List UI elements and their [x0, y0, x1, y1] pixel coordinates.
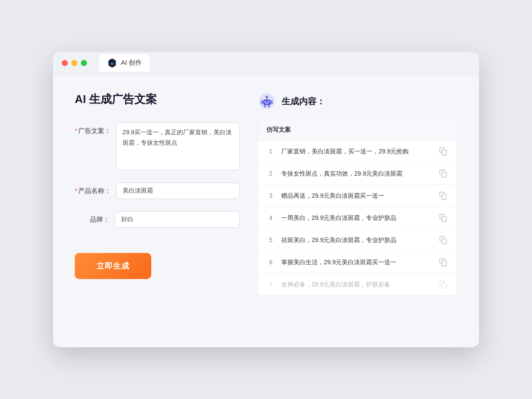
svg-rect-9: [261, 100, 263, 104]
row-text-6: 掌握美白生活，29.9元美白淡斑霜买一送一: [281, 258, 432, 267]
left-panel: AI 生成广告文案 *广告文案： *产品名称： 品牌： 立: [75, 92, 240, 296]
ad-copy-label: *广告文案：: [75, 123, 111, 135]
svg-text:AI: AI: [110, 62, 114, 66]
minimize-button[interactable]: [71, 60, 77, 66]
svg-rect-17: [442, 239, 446, 244]
copy-icon-2[interactable]: [439, 169, 448, 178]
generate-button[interactable]: 立即生成: [75, 253, 151, 279]
copy-icon-1[interactable]: [439, 146, 448, 156]
robot-icon: [257, 92, 276, 111]
svg-rect-10: [271, 100, 273, 104]
copy-icon-7[interactable]: [439, 279, 448, 289]
row-num-6: 6: [266, 259, 275, 266]
row-text-5: 祛斑美白，29.9元美白淡斑霜，专业护肤品: [281, 236, 432, 245]
row-text-2: 专抹女性斑点，真实功效，29.9元美白淡斑霜: [281, 169, 432, 178]
traffic-lights: [62, 60, 87, 66]
svg-rect-6: [266, 103, 268, 104]
product-name-group: *产品名称：: [75, 183, 240, 199]
svg-rect-5: [268, 101, 269, 103]
result-row-5: 5 祛斑美白，29.9元美白淡斑霜，专业护肤品: [258, 229, 457, 251]
brand-input[interactable]: [115, 211, 240, 228]
svg-rect-15: [442, 194, 446, 200]
result-row-6: 6 掌握美白生活，29.9元美白淡斑霜买一送一: [258, 251, 457, 273]
result-row-4: 4 一周美白，29.9元美白淡斑霜，专业护肤品: [258, 207, 457, 229]
brand-group: 品牌：: [75, 211, 240, 228]
copy-icon-3[interactable]: [439, 191, 448, 200]
tab-label: AI 创作: [121, 59, 142, 67]
result-row-3: 3 赠品再送，29.9元美白淡斑霜买一送一: [258, 185, 457, 207]
svg-rect-3: [263, 100, 271, 105]
row-text-3: 赠品再送，29.9元美白淡斑霜买一送一: [281, 191, 432, 200]
result-title: 生成内容：: [282, 96, 325, 107]
svg-rect-16: [442, 216, 446, 222]
ai-logo-icon: AI: [107, 58, 117, 68]
ad-copy-group: *广告文案：: [75, 123, 240, 170]
row-num-1: 1: [266, 148, 275, 155]
main-content: AI 生成广告文案 *广告文案： *产品名称： 品牌： 立: [53, 74, 479, 313]
row-num-5: 5: [266, 236, 275, 243]
result-row-2: 2 专抹女性斑点，真实功效，29.9元美白淡斑霜: [258, 163, 457, 185]
svg-point-8: [266, 96, 268, 98]
maximize-button[interactable]: [81, 60, 87, 66]
app-window: AI AI 创作 AI 生成广告文案 *广告文案： *产品名称：: [53, 52, 479, 347]
svg-rect-18: [442, 261, 446, 266]
row-num-4: 4: [266, 214, 275, 221]
row-num-7: 7: [266, 281, 275, 288]
svg-rect-11: [264, 105, 266, 107]
row-num-3: 3: [266, 192, 275, 199]
result-table: 仿写文案 1 厂家直销，美白淡斑霜，买一送一，29.9元抢购 2 专抹女性斑点，…: [257, 120, 457, 296]
product-name-input[interactable]: [116, 183, 240, 199]
svg-rect-12: [268, 105, 269, 107]
row-num-2: 2: [266, 170, 275, 177]
ad-copy-required: *: [75, 127, 77, 134]
svg-rect-19: [442, 283, 446, 288]
result-row-7: 7 女神必备，29.9元美白淡斑霜，护肤必备: [258, 273, 457, 295]
right-panel: 生成内容： 仿写文案 1 厂家直销，美白淡斑霜，买一送一，29.9元抢购 2 专…: [257, 92, 457, 296]
titlebar: AI AI 创作: [53, 52, 479, 74]
row-text-7: 女神必备，29.9元美白淡斑霜，护肤必备: [281, 280, 432, 289]
svg-rect-4: [265, 101, 266, 103]
product-name-required: *: [75, 187, 77, 194]
copy-icon-5[interactable]: [439, 235, 448, 245]
brand-label: 品牌：: [75, 211, 110, 224]
copy-icon-4[interactable]: [439, 213, 448, 223]
svg-rect-13: [442, 150, 446, 155]
result-table-header: 仿写文案: [258, 120, 457, 140]
result-header: 生成内容：: [257, 92, 457, 111]
row-text-4: 一周美白，29.9元美白淡斑霜，专业护肤品: [281, 213, 432, 223]
svg-rect-14: [442, 172, 446, 177]
ai-tab[interactable]: AI AI 创作: [99, 54, 150, 72]
page-title: AI 生成广告文案: [75, 92, 240, 107]
copy-icon-6[interactable]: [439, 257, 448, 267]
product-name-label: *产品名称：: [75, 183, 111, 195]
close-button[interactable]: [62, 60, 68, 66]
row-text-1: 厂家直销，美白淡斑霜，买一送一，29.9元抢购: [281, 147, 432, 156]
result-row-1: 1 厂家直销，美白淡斑霜，买一送一，29.9元抢购: [258, 140, 457, 163]
ad-copy-input[interactable]: [116, 123, 240, 170]
